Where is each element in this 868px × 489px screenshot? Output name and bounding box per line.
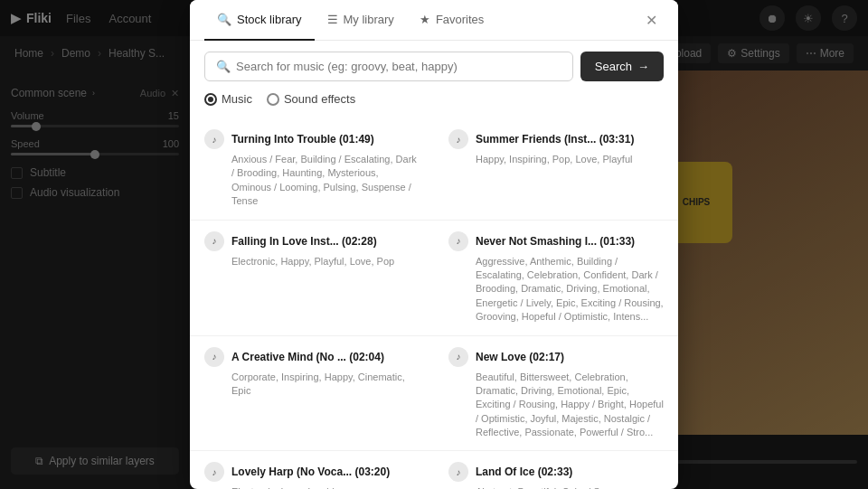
result-title-5: New Love (02:17) bbox=[476, 351, 564, 363]
result-title-6: Lovely Harp (No Voca... (03:20) bbox=[231, 465, 390, 478]
search-input[interactable] bbox=[236, 60, 561, 73]
modal-tabs: 🔍 Stock library ☰ My library ★ Favorites… bbox=[190, 0, 678, 41]
result-title-7: Land Of Ice (02:33) bbox=[476, 465, 572, 478]
result-tags-5: Beautiful, Bittersweet, Celebration, Dra… bbox=[448, 371, 664, 440]
result-tags-7: Abstract, Beautiful, Calm / Serene, Emot… bbox=[448, 485, 664, 489]
play-icon-3: ♪ bbox=[448, 231, 468, 251]
results-container: ♪ Turning Into Trouble (01:49) Anxious /… bbox=[190, 115, 678, 489]
my-library-icon: ☰ bbox=[327, 13, 338, 26]
result-item-3[interactable]: ♪ Never Not Smashing I... (01:33) Aggres… bbox=[434, 221, 678, 336]
arrow-icon: → bbox=[637, 60, 649, 73]
search-button[interactable]: Search → bbox=[580, 52, 664, 81]
result-title-0: Turning Into Trouble (01:49) bbox=[231, 133, 374, 146]
search-icon: 🔍 bbox=[216, 60, 231, 73]
result-tags-0: Anxious / Fear, Building / Escalating, D… bbox=[204, 153, 420, 209]
modal-close-button[interactable]: ✕ bbox=[638, 7, 664, 33]
radio-sound-effects[interactable]: Sound effects bbox=[267, 92, 355, 106]
result-item-1[interactable]: ♪ Summer Friends (Inst... (03:31) Happy,… bbox=[434, 118, 678, 221]
music-modal: 🔍 Stock library ☰ My library ★ Favorites… bbox=[190, 0, 678, 489]
tab-my-library[interactable]: ☰ My library bbox=[315, 0, 407, 41]
result-tags-1: Happy, Inspiring, Pop, Love, Playful bbox=[448, 153, 664, 166]
result-tags-6: Electronic, Love, Inspiring bbox=[204, 485, 420, 489]
result-title-3: Never Not Smashing I... (01:33) bbox=[476, 235, 635, 248]
result-title-4: A Creative Mind (No ... (02:04) bbox=[231, 351, 384, 363]
tab-stock-library[interactable]: 🔍 Stock library bbox=[204, 0, 315, 41]
result-tags-2: Electronic, Happy, Playful, Love, Pop bbox=[204, 255, 420, 268]
result-item-2[interactable]: ♪ Falling In Love Inst... (02:28) Electr… bbox=[190, 221, 434, 336]
result-tags-4: Corporate, Inspiring, Happy, Cinematic, … bbox=[204, 371, 420, 399]
favorites-icon: ★ bbox=[420, 13, 430, 26]
result-item-4[interactable]: ♪ A Creative Mind (No ... (02:04) Corpor… bbox=[190, 336, 434, 452]
tab-favorites[interactable]: ★ Favorites bbox=[407, 0, 496, 41]
play-icon-2: ♪ bbox=[204, 231, 224, 251]
modal-search-row: 🔍 Search → bbox=[190, 41, 678, 92]
play-icon-4: ♪ bbox=[204, 347, 224, 367]
radio-music-dot bbox=[204, 93, 217, 106]
result-item-0[interactable]: ♪ Turning Into Trouble (01:49) Anxious /… bbox=[190, 118, 434, 221]
play-icon-1: ♪ bbox=[448, 129, 468, 149]
library-icon: 🔍 bbox=[217, 13, 231, 26]
radio-music[interactable]: Music bbox=[204, 92, 252, 106]
result-tags-3: Aggressive, Anthemic, Building / Escalat… bbox=[448, 255, 664, 324]
play-icon-5: ♪ bbox=[448, 347, 468, 367]
play-icon-7: ♪ bbox=[448, 462, 468, 482]
result-title-2: Falling In Love Inst... (02:28) bbox=[231, 235, 377, 248]
results-grid: ♪ Turning Into Trouble (01:49) Anxious /… bbox=[190, 118, 678, 489]
search-input-container[interactable]: 🔍 bbox=[204, 52, 573, 81]
radio-row: Music Sound effects bbox=[190, 92, 678, 115]
result-title-1: Summer Friends (Inst... (03:31) bbox=[476, 133, 634, 146]
result-item-6[interactable]: ♪ Lovely Harp (No Voca... (03:20) Electr… bbox=[190, 451, 434, 489]
play-icon-0: ♪ bbox=[204, 129, 224, 149]
play-icon-6: ♪ bbox=[204, 462, 224, 482]
result-item-7[interactable]: ♪ Land Of Ice (02:33) Abstract, Beautifu… bbox=[434, 451, 678, 489]
radio-sound-dot bbox=[267, 93, 279, 106]
result-item-5[interactable]: ♪ New Love (02:17) Beautiful, Bitterswee… bbox=[434, 336, 678, 452]
modal-overlay: 🔍 Stock library ☰ My library ★ Favorites… bbox=[0, 0, 868, 489]
